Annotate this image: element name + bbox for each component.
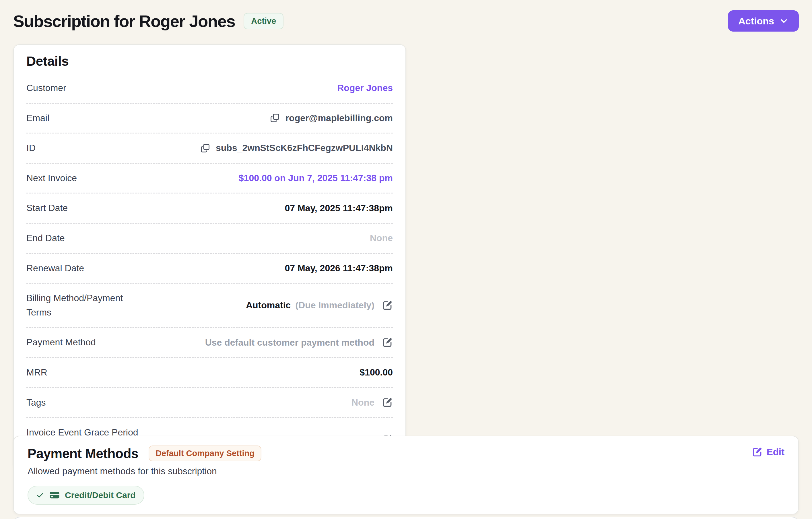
row-label: MRR [26, 365, 47, 380]
actions-button[interactable]: Actions [728, 10, 799, 32]
detail-row-billing-method-payment: Billing Method/PaymentTermsAutomatic(Due… [26, 283, 393, 328]
row-label: Tags [26, 395, 46, 410]
detail-row-email: Emailroger@maplebilling.com [26, 104, 393, 134]
next-card-top-edge [13, 517, 799, 519]
default-company-setting-badge: Default Company Setting [149, 445, 261, 461]
payment-methods-card: Payment Methods Default Company Setting … [13, 436, 799, 514]
actions-button-label: Actions [738, 16, 774, 27]
row-value-text: 07 May, 2026 11:47:38pm [285, 263, 393, 274]
row-label: Email [26, 111, 49, 126]
row-value-text: Automatic [246, 300, 291, 310]
row-value-text: Use default customer payment method [205, 337, 374, 348]
chevron-down-icon [779, 16, 788, 26]
row-value: Automatic(Due Immediately) [246, 300, 393, 311]
row-value: subs_2wnStScK6zFhCFegzwPULI4NkbN [200, 143, 393, 153]
row-label: End Date [26, 231, 64, 245]
detail-row-next-invoice: Next Invoice$100.00 on Jun 7, 2025 11:47… [26, 164, 393, 194]
row-value: 07 May, 2026 11:47:38pm [285, 263, 393, 274]
copy-icon[interactable] [270, 113, 280, 123]
creditcard-icon [49, 489, 60, 501]
row-value-text: $100.00 [359, 367, 393, 378]
payment-method-chip-label: Credit/Debit Card [65, 490, 136, 500]
row-label: Renewal Date [26, 261, 84, 276]
row-value-link[interactable]: $100.00 on Jun 7, 2025 11:47:38 pm [239, 173, 393, 184]
page-title: Subscription for Roger Jones [13, 11, 235, 31]
detail-row-start-date: Start Date07 May, 2025 11:47:38pm [26, 193, 393, 224]
edit-payment-methods-button[interactable]: Edit [752, 447, 784, 458]
payment-methods-title: Payment Methods [28, 446, 138, 461]
row-value: Use default customer payment method [205, 337, 393, 348]
row-value: 07 May, 2025 11:47:38pm [285, 203, 393, 214]
row-label: Start Date [26, 201, 68, 215]
detail-row-id: IDsubs_2wnStScK6zFhCFegzwPULI4NkbN [26, 134, 393, 164]
row-value: None [351, 397, 393, 408]
row-value-text: roger@maplebilling.com [286, 113, 393, 124]
row-label: Next Invoice [26, 171, 77, 186]
row-value: roger@maplebilling.com [270, 113, 393, 124]
payment-method-chips: Credit/Debit Card [28, 486, 784, 504]
row-label: Customer [26, 81, 66, 95]
row-value-text: None [370, 233, 393, 243]
details-card: Details CustomerRoger JonesEmailroger@ma… [13, 44, 406, 469]
row-value-text: subs_2wnStScK6zFhCFegzwPULI4NkbN [216, 143, 393, 153]
row-value: $100.00 on Jun 7, 2025 11:47:38 pm [239, 173, 393, 184]
row-label: Billing Method/PaymentTerms [26, 291, 123, 320]
row-value-link[interactable]: Roger Jones [337, 83, 393, 93]
edit-icon [752, 447, 763, 458]
row-value: None [370, 233, 393, 243]
details-rows: CustomerRoger JonesEmailroger@maplebilli… [26, 74, 393, 461]
check-icon [36, 491, 44, 499]
copy-icon[interactable] [200, 143, 210, 153]
row-value-suffix: (Due Immediately) [295, 300, 374, 310]
row-value-text: None [351, 397, 374, 408]
detail-row-payment-method: Payment MethodUse default customer payme… [26, 328, 393, 358]
details-card-title: Details [26, 53, 393, 69]
row-value: Roger Jones [337, 83, 393, 93]
row-label: Payment Method [26, 335, 96, 350]
detail-row-mrr: MRR$100.00 [26, 358, 393, 388]
edit-icon[interactable] [382, 397, 393, 408]
detail-row-end-date: End DateNone [26, 224, 393, 254]
detail-row-renewal-date: Renewal Date07 May, 2026 11:47:38pm [26, 254, 393, 284]
detail-row-customer: CustomerRoger Jones [26, 74, 393, 104]
status-badge: Active [243, 13, 284, 29]
payment-methods-subtitle: Allowed payment methods for this subscri… [28, 466, 784, 476]
row-label: ID [26, 141, 36, 155]
row-value: $100.00 [359, 367, 393, 378]
payment-method-chip-credit-debit-card: Credit/Debit Card [28, 486, 144, 504]
page-header: Subscription for Roger Jones Active Acti… [13, 10, 799, 32]
detail-row-tags: TagsNone [26, 388, 393, 418]
edit-icon[interactable] [382, 300, 393, 311]
edit-icon[interactable] [382, 337, 393, 348]
edit-link-label: Edit [767, 447, 784, 458]
payment-methods-header: Payment Methods Default Company Setting … [28, 445, 784, 461]
row-value-text: 07 May, 2025 11:47:38pm [285, 203, 393, 214]
